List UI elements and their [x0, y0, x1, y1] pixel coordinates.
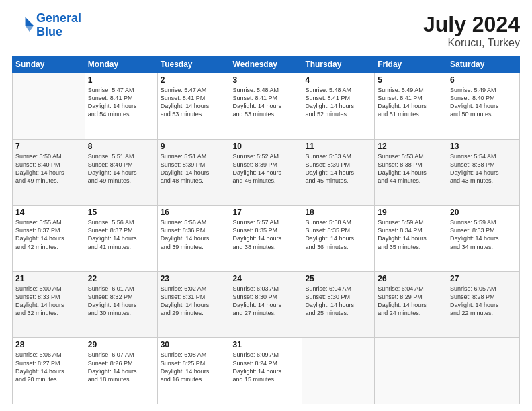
table-row: 11Sunrise: 5:53 AMSunset: 8:39 PMDayligh…	[302, 139, 375, 205]
table-row: 26Sunrise: 6:04 AMSunset: 8:29 PMDayligh…	[375, 271, 447, 338]
col-friday: Friday	[375, 56, 447, 73]
svg-marker-1	[26, 26, 34, 32]
table-row: 4Sunrise: 5:48 AMSunset: 8:41 PMDaylight…	[302, 73, 375, 140]
table-row: 22Sunrise: 6:01 AMSunset: 8:32 PMDayligh…	[85, 271, 157, 338]
logo-text: General Blue	[36, 12, 81, 39]
logo: General Blue	[12, 12, 81, 39]
table-row	[447, 338, 520, 404]
table-row: 8Sunrise: 5:51 AMSunset: 8:40 PMDaylight…	[85, 139, 157, 205]
table-row: 25Sunrise: 6:04 AMSunset: 8:30 PMDayligh…	[302, 271, 375, 338]
table-row: 18Sunrise: 5:58 AMSunset: 8:35 PMDayligh…	[302, 205, 375, 272]
table-row: 6Sunrise: 5:49 AMSunset: 8:40 PMDaylight…	[447, 73, 520, 140]
header: General Blue July 2024 Korucu, Turkey	[12, 12, 520, 49]
table-row: 20Sunrise: 5:59 AMSunset: 8:33 PMDayligh…	[447, 205, 520, 272]
table-row	[302, 338, 375, 404]
table-row: 31Sunrise: 6:09 AMSunset: 8:24 PMDayligh…	[230, 338, 302, 404]
col-saturday: Saturday	[447, 56, 520, 73]
table-row: 9Sunrise: 5:51 AMSunset: 8:39 PMDaylight…	[157, 139, 230, 205]
col-thursday: Thursday	[302, 56, 375, 73]
logo-icon	[12, 15, 34, 36]
col-wednesday: Wednesday	[230, 56, 302, 73]
col-sunday: Sunday	[13, 56, 85, 73]
table-row: 21Sunrise: 6:00 AMSunset: 8:33 PMDayligh…	[13, 271, 85, 338]
calendar: Sunday Monday Tuesday Wednesday Thursday…	[12, 56, 520, 404]
table-row: 2Sunrise: 5:47 AMSunset: 8:41 PMDaylight…	[157, 73, 230, 140]
table-row: 29Sunrise: 6:07 AMSunset: 8:26 PMDayligh…	[85, 338, 157, 404]
table-row: 1Sunrise: 5:47 AMSunset: 8:41 PMDaylight…	[85, 73, 157, 140]
location: Korucu, Turkey	[423, 37, 520, 49]
table-row: 19Sunrise: 5:59 AMSunset: 8:34 PMDayligh…	[375, 205, 447, 272]
table-row: 10Sunrise: 5:52 AMSunset: 8:39 PMDayligh…	[230, 139, 302, 205]
table-row: 16Sunrise: 5:56 AMSunset: 8:36 PMDayligh…	[157, 205, 230, 272]
table-row: 24Sunrise: 6:03 AMSunset: 8:30 PMDayligh…	[230, 271, 302, 338]
col-tuesday: Tuesday	[157, 56, 230, 73]
table-row: 13Sunrise: 5:54 AMSunset: 8:38 PMDayligh…	[447, 139, 520, 205]
month-year: July 2024	[423, 12, 520, 37]
table-row	[13, 73, 85, 140]
table-row: 5Sunrise: 5:49 AMSunset: 8:41 PMDaylight…	[375, 73, 447, 140]
title-block: July 2024 Korucu, Turkey	[423, 12, 520, 49]
table-row: 14Sunrise: 5:55 AMSunset: 8:37 PMDayligh…	[13, 205, 85, 272]
table-row: 15Sunrise: 5:56 AMSunset: 8:37 PMDayligh…	[85, 205, 157, 272]
table-row	[375, 338, 447, 404]
table-row: 30Sunrise: 6:08 AMSunset: 8:25 PMDayligh…	[157, 338, 230, 404]
page: General Blue July 2024 Korucu, Turkey Su…	[0, 0, 532, 411]
col-monday: Monday	[85, 56, 157, 73]
table-row: 12Sunrise: 5:53 AMSunset: 8:38 PMDayligh…	[375, 139, 447, 205]
table-row: 28Sunrise: 6:06 AMSunset: 8:27 PMDayligh…	[13, 338, 85, 404]
table-row: 3Sunrise: 5:48 AMSunset: 8:41 PMDaylight…	[230, 73, 302, 140]
calendar-header-row: Sunday Monday Tuesday Wednesday Thursday…	[13, 56, 520, 73]
svg-marker-0	[26, 17, 34, 25]
table-row: 27Sunrise: 6:05 AMSunset: 8:28 PMDayligh…	[447, 271, 520, 338]
table-row: 23Sunrise: 6:02 AMSunset: 8:31 PMDayligh…	[157, 271, 230, 338]
table-row: 7Sunrise: 5:50 AMSunset: 8:40 PMDaylight…	[13, 139, 85, 205]
table-row: 17Sunrise: 5:57 AMSunset: 8:35 PMDayligh…	[230, 205, 302, 272]
